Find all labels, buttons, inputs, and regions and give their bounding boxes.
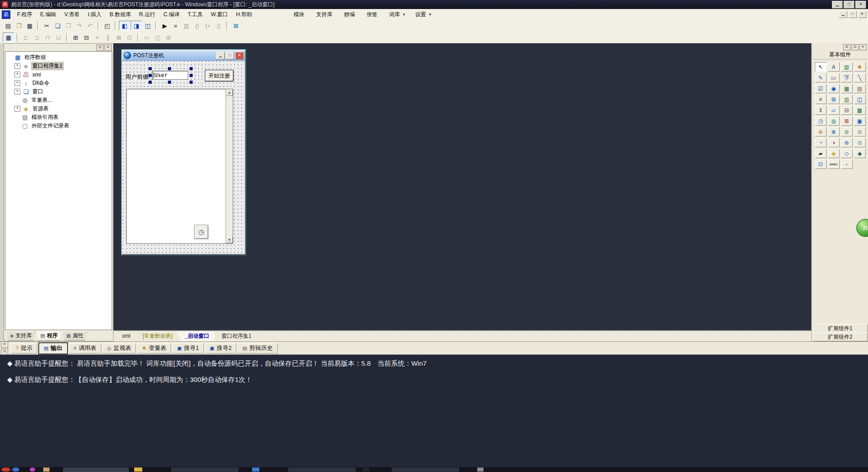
menu-item[interactable]: H.帮助 — [232, 10, 256, 19]
selection-handle[interactable] — [149, 81, 152, 84]
bottom-dock-button[interactable]: ⊡ — [1, 349, 8, 355]
windows-taskbar[interactable] — [0, 467, 868, 472]
misc-component[interactable]: ▫ — [841, 159, 853, 169]
close-button[interactable]: ✕ — [855, 1, 866, 9]
taskbar-item[interactable] — [43, 467, 50, 472]
line-component[interactable]: ╲ — [854, 73, 866, 82]
taskbar-item[interactable] — [1, 467, 10, 472]
combobox-component[interactable]: ≡ — [815, 95, 827, 104]
mdi-close-button[interactable]: ✕ — [858, 11, 866, 18]
extension-components-2-bar[interactable]: 扩展组件2 — [813, 332, 868, 341]
doc-tab[interactable]: [常量数据表] — [135, 331, 181, 341]
copy-icon[interactable]: ❏ — [52, 21, 63, 30]
form-titlebar[interactable]: POST注册机 ▁□✕ — [122, 50, 245, 61]
bottom-tab-提示[interactable]: ?提示 — [11, 343, 37, 354]
menu-item[interactable]: 支持库 — [310, 10, 338, 19]
progressbar-component[interactable]: ▱ — [828, 105, 840, 115]
tree-item[interactable]: +◈资源表 — [5, 104, 112, 113]
selection-handle[interactable] — [190, 67, 193, 70]
align-left-icon[interactable]: ⊏ — [21, 33, 32, 42]
tree-item[interactable]: ▦程序数据 — [5, 53, 112, 62]
socket-server-component[interactable]: ⊜ — [841, 127, 853, 136]
debug-pane-icon[interactable]: ▥ — [181, 21, 192, 30]
layout-left-pane-icon[interactable]: ◧ — [119, 21, 131, 31]
taskbar-item[interactable] — [363, 467, 369, 472]
menu-item[interactable]: E.编辑 — [36, 10, 60, 19]
query-component[interactable]: ⊚ — [841, 138, 853, 147]
expand-icon[interactable]: + — [14, 89, 20, 95]
doc-tab[interactable]: 窗口程序集1 — [213, 331, 260, 341]
taskbar-item[interactable] — [477, 467, 484, 472]
form-canvas[interactable]: 用户前缀: User 开始注册 — [122, 61, 245, 254]
new-file-icon[interactable]: ▤ — [3, 21, 14, 30]
table-component[interactable]: ▦ — [841, 84, 853, 93]
menu-item[interactable]: C.编译 — [159, 10, 184, 19]
groupbox-component[interactable]: ⊞ — [828, 95, 840, 104]
statusbar-component[interactable]: ▰ — [815, 149, 827, 158]
odbc-component[interactable]: ODBC — [828, 159, 840, 169]
bottom-dock-button[interactable]: ✕ — [1, 341, 8, 348]
redo-icon[interactable]: ↷ — [74, 21, 85, 30]
hyperlink-component[interactable]: ◍ — [828, 116, 840, 126]
database-component[interactable]: ⊕ — [815, 127, 827, 136]
same-width-icon[interactable]: ∥ — [103, 33, 113, 42]
space-down-icon[interactable]: ◫ — [152, 33, 163, 42]
same-height-icon[interactable]: ≡ — [92, 33, 103, 42]
selection-handle[interactable] — [149, 74, 152, 77]
same-size-icon[interactable]: ⊠ — [113, 33, 124, 42]
chart-component[interactable]: ⊙ — [854, 138, 866, 147]
bottom-tab-剪辑历史[interactable]: ▤剪辑历史 — [237, 343, 277, 354]
scroll-down-icon[interactable]: ▼ — [226, 236, 233, 243]
label-component[interactable]: A — [828, 62, 840, 72]
bottom-tab-输出[interactable]: ▤输出 — [38, 342, 68, 354]
output-editbox[interactable]: ▲ ▼ — [126, 89, 233, 244]
find-in-files-icon[interactable]: ◰ — [102, 21, 113, 30]
selection-handle[interactable] — [190, 81, 193, 84]
stop-icon[interactable]: ■ — [170, 21, 181, 30]
external-db-component[interactable]: ⊡ — [815, 159, 827, 169]
socket-client-component[interactable]: ⊗ — [828, 127, 840, 136]
panel-dock-button[interactable]: ✕ — [104, 45, 112, 51]
clock-component[interactable]: ◷ — [815, 116, 827, 126]
tree-item[interactable]: ▢外部文件记录表 — [5, 122, 112, 130]
doc-tab[interactable]: xml — [114, 331, 139, 341]
collapse-block-icon[interactable]: {( — [213, 21, 224, 30]
menu-item[interactable]: 静编 — [338, 10, 361, 19]
tree-item[interactable]: ▤模块引用表 — [5, 113, 112, 122]
taskbar-item[interactable] — [12, 467, 19, 472]
dialog-component[interactable]: ◇ — [841, 149, 853, 158]
bottom-tab-监视表[interactable]: ◎监视表 — [102, 343, 136, 354]
listbox-component[interactable]: ▤ — [854, 84, 866, 93]
left-tab-属性[interactable]: ▦属性 — [62, 331, 87, 340]
expand-icon[interactable]: + — [14, 106, 20, 112]
taskbar-item[interactable] — [288, 467, 356, 472]
media-component[interactable]: ⊠ — [841, 116, 853, 126]
menu-item[interactable]: 模块 — [288, 10, 310, 19]
maximize-button[interactable]: □ — [844, 1, 854, 9]
align-bottom-icon[interactable]: ⊔ — [53, 33, 64, 42]
save-file-icon[interactable]: ▦ — [24, 21, 35, 30]
report-component[interactable]: ⊘ — [854, 127, 866, 136]
tab-component[interactable]: ⊟ — [841, 105, 853, 115]
align-right-icon[interactable]: ⊐ — [32, 33, 42, 42]
mdi-maximize-button[interactable]: □ — [848, 11, 857, 18]
menu-item[interactable]: B.数据库 — [106, 10, 135, 19]
draw-component[interactable]: ✎ — [815, 73, 827, 82]
menu-item[interactable]: T.工具 — [184, 10, 207, 19]
layout-bottom-pane-icon[interactable]: ◨ — [131, 21, 142, 31]
selection-handle[interactable] — [168, 67, 171, 70]
undo-icon[interactable]: ↶ — [85, 21, 95, 30]
center-horizontal-icon[interactable]: ⊞ — [70, 33, 81, 42]
taskbar-item[interactable] — [134, 467, 142, 472]
size-to-grid-icon[interactable]: ⊡ — [124, 33, 135, 42]
mdi-minimize-button[interactable]: ▁ — [839, 11, 847, 18]
menu-item[interactable]: R.运行 — [135, 10, 159, 19]
expand-icon[interactable]: + — [14, 63, 20, 69]
menu-item[interactable]: I.插入 — [84, 10, 106, 19]
tab-order-icon[interactable]: ⊞ — [163, 33, 174, 42]
space-across-icon[interactable]: ▭ — [141, 33, 152, 42]
panel-dock-button[interactable]: ⊡ — [96, 45, 104, 51]
font-component[interactable]: 字 — [841, 73, 853, 82]
clock-component[interactable]: ◷ — [194, 225, 208, 239]
form-maximize-button[interactable]: □ — [226, 52, 234, 59]
